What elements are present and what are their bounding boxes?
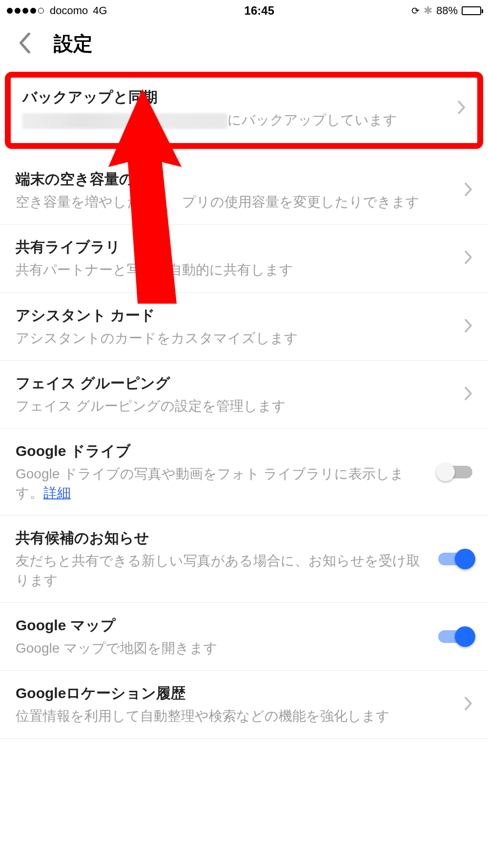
toggle-google-maps[interactable]	[438, 630, 472, 643]
clock-label: 16:45	[244, 4, 274, 18]
status-bar: docomo 4G 16:45 ⟳ ✱ 88%	[0, 0, 488, 20]
setting-subtitle: 友だちと共有できる新しい写真がある場合に、お知らせを受け取ります	[16, 551, 429, 589]
details-link[interactable]: 詳細	[43, 485, 71, 500]
setting-subtitle: にバックアップしています	[22, 110, 449, 129]
redacted-account	[22, 113, 227, 129]
rotation-lock-icon: ⟳	[411, 5, 420, 17]
setting-title: バックアップと同期	[22, 87, 449, 107]
setting-title: アシスタント カード	[16, 306, 456, 326]
setting-subtitle: Google マップで地図を開きます	[16, 639, 429, 658]
setting-title: 端末の空き容量の管	[16, 169, 456, 189]
chevron-right-icon	[465, 697, 472, 712]
setting-shared-library[interactable]: 共有ライブラリ 共有パートナーと写真を自動的に共有します	[0, 225, 488, 292]
chevron-right-icon	[465, 319, 472, 334]
setting-location-history[interactable]: Googleロケーション履歴 位置情報を利用して自動整理や検索などの機能を強化し…	[0, 671, 488, 739]
setting-share-suggestions[interactable]: 共有候補のお知らせ 友だちと共有できる新しい写真がある場合に、お知らせを受け取り…	[0, 516, 488, 602]
back-button[interactable]	[19, 33, 31, 55]
setting-title: 共有ライブラリ	[16, 237, 456, 257]
nav-header: 設定	[0, 20, 488, 72]
carrier-label: docomo	[50, 4, 88, 17]
setting-google-drive[interactable]: Google ドライブ Google ドライブの写真や動画をフォト ライブラリに…	[0, 429, 488, 516]
settings-list: バックアップと同期 にバックアップしています 端末の空き容量の管 空き容量を増や…	[0, 72, 488, 739]
setting-subtitle: 位置情報を利用して自動整理や検索などの機能を強化します	[16, 706, 456, 725]
toggle-google-drive[interactable]	[438, 466, 472, 478]
setting-subtitle: フェイス グルーピングの設定を管理します	[16, 396, 456, 415]
status-right: ⟳ ✱ 88%	[411, 4, 481, 17]
setting-title: Googleロケーション履歴	[16, 683, 456, 703]
setting-title: Google マップ	[16, 616, 429, 636]
setting-device-storage[interactable]: 端末の空き容量の管 空き容量を増やした プリの使用容量を変更したりできます	[0, 157, 488, 225]
toggle-share-suggestions[interactable]	[438, 553, 472, 565]
network-label: 4G	[93, 4, 107, 17]
setting-google-maps[interactable]: Google マップ Google マップで地図を開きます	[0, 603, 488, 671]
setting-assistant-cards[interactable]: アシスタント カード アシスタントのカードをカスタマイズします	[0, 293, 488, 361]
highlight-annotation: バックアップと同期 にバックアップしています	[5, 72, 483, 149]
setting-title: フェイス グルーピング	[16, 373, 456, 393]
setting-backup-sync[interactable]: バックアップと同期 にバックアップしています	[11, 78, 477, 143]
battery-percent: 88%	[436, 4, 458, 17]
setting-subtitle: 共有パートナーと写真を自動的に共有します	[16, 260, 456, 279]
setting-face-grouping[interactable]: フェイス グルーピング フェイス グルーピングの設定を管理します	[0, 361, 488, 429]
battery-icon	[462, 6, 481, 15]
status-left: docomo 4G	[7, 4, 107, 17]
signal-dots-icon	[7, 8, 44, 14]
chevron-right-icon	[458, 101, 466, 116]
setting-subtitle: アシスタントのカードをカスタマイズします	[16, 329, 456, 348]
chevron-right-icon	[465, 250, 472, 266]
setting-subtitle: 空き容量を増やした プリの使用容量を変更したりできます	[16, 192, 456, 211]
chevron-right-icon	[465, 183, 472, 198]
chevron-right-icon	[465, 387, 472, 402]
bluetooth-icon: ✱	[424, 4, 432, 17]
page-title: 設定	[54, 30, 93, 57]
setting-subtitle: Google ドライブの写真や動画をフォト ライブラリに表示します。詳細	[16, 464, 429, 502]
setting-title: Google ドライブ	[16, 441, 429, 461]
setting-title: 共有候補のお知らせ	[16, 528, 429, 548]
